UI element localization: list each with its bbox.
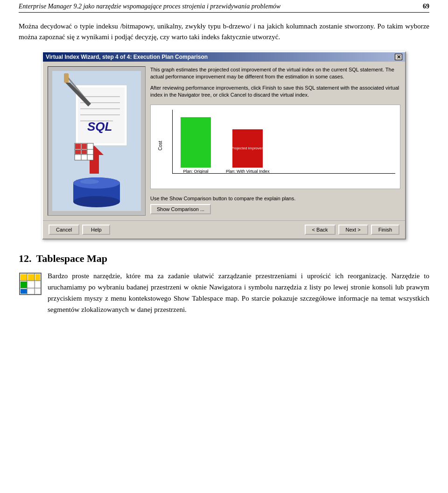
- dialog-desc1: This graph estimates the projected cost …: [150, 66, 400, 81]
- svg-rect-30: [35, 274, 40, 281]
- svg-rect-2: [78, 87, 125, 143]
- back-button[interactable]: < Back: [305, 225, 336, 235]
- dialog-right-panel: This graph estimates the projected cost …: [150, 66, 400, 216]
- svg-rect-29: [28, 274, 35, 281]
- footer-left-buttons: Cancel Help: [49, 225, 110, 235]
- show-comparison-area: Use the Show Comparison button to compar…: [150, 196, 400, 214]
- dialog-titlebar: Virtual Index Wizard, step 4 of 4: Execu…: [43, 52, 405, 62]
- dialog-title: Virtual Index Wizard, step 4 of 4: Execu…: [46, 54, 208, 60]
- tablespace-icon: [19, 272, 42, 296]
- bar-virtual: No Projected Improvement: [232, 129, 263, 168]
- sql-illustration-svg: SQL: [52, 71, 141, 211]
- finish-button[interactable]: Finish: [371, 225, 399, 235]
- next-button[interactable]: Next >: [338, 225, 368, 235]
- svg-point-17: [80, 179, 99, 184]
- bars-container: Plan: Original No Projected Improvement …: [173, 110, 395, 182]
- svg-rect-33: [35, 282, 40, 288]
- x-axis-line: [172, 173, 395, 174]
- svg-text:SQL: SQL: [87, 120, 112, 134]
- help-button[interactable]: Help: [82, 225, 110, 235]
- header-bar: Enterprise Manager 9.2 jako narzędzie ws…: [19, 0, 429, 13]
- header-title: Enterprise Manager 9.2 jako narzędzie ws…: [19, 3, 280, 10]
- dialog-body: SQL: [43, 62, 405, 220]
- dialog-illustration: SQL: [48, 66, 146, 216]
- svg-rect-32: [28, 282, 35, 288]
- section-number: 12.: [19, 253, 32, 265]
- svg-point-15: [73, 196, 120, 207]
- close-button[interactable]: ✕: [395, 54, 402, 60]
- cancel-button[interactable]: Cancel: [49, 225, 79, 235]
- footer-right-buttons: < Back Next > Finish: [305, 225, 399, 235]
- tablespace-icon-wrapper: [19, 272, 42, 297]
- chart-container: Cost Plan: Original: [155, 110, 395, 182]
- svg-rect-24: [82, 144, 87, 149]
- bar-group-original: Plan: Original: [181, 117, 211, 174]
- dialog-footer: Cancel Help < Back Next > Finish: [43, 220, 405, 239]
- svg-rect-34: [21, 289, 27, 294]
- no-improvement-label: No Projected Improvement: [224, 145, 271, 151]
- y-axis-label: Cost: [158, 141, 163, 151]
- y-axis-line: [172, 110, 173, 174]
- section-12: 12. Tablespace Map: [19, 253, 429, 315]
- virtual-index-wizard-dialog: Virtual Index Wizard, step 4 of 4: Execu…: [42, 51, 406, 239]
- svg-rect-35: [28, 289, 35, 294]
- svg-rect-23: [75, 144, 81, 149]
- section-title: Tablespace Map: [36, 253, 108, 265]
- svg-rect-28: [21, 274, 27, 281]
- bar-original: [181, 117, 211, 168]
- dialog-desc2: After reviewing performance improvements…: [150, 85, 400, 99]
- header-page: 69: [423, 3, 429, 10]
- show-comparison-button[interactable]: Show Comparison ...: [150, 204, 211, 214]
- svg-rect-10: [64, 73, 69, 83]
- svg-rect-31: [21, 282, 27, 288]
- comparison-text: Use the Show Comparison button to compar…: [150, 196, 400, 201]
- intro-paragraph: Można decydować o typie indeksu /bitmapo…: [19, 21, 429, 42]
- chart-area: Cost Plan: Original: [150, 105, 400, 189]
- dialog-wrapper: Virtual Index Wizard, step 4 of 4: Execu…: [19, 51, 429, 239]
- section-heading: 12. Tablespace Map: [19, 253, 429, 265]
- section-body: Bardzo proste narzędzie, które ma za zad…: [19, 270, 429, 315]
- svg-rect-25: [75, 150, 81, 154]
- svg-rect-26: [82, 150, 87, 154]
- bar-group-virtual: No Projected Improvement Plan: With Virt…: [226, 129, 269, 174]
- section-para1: Bardzo proste narzędzie, które ma za zad…: [48, 270, 429, 315]
- svg-rect-36: [35, 289, 40, 294]
